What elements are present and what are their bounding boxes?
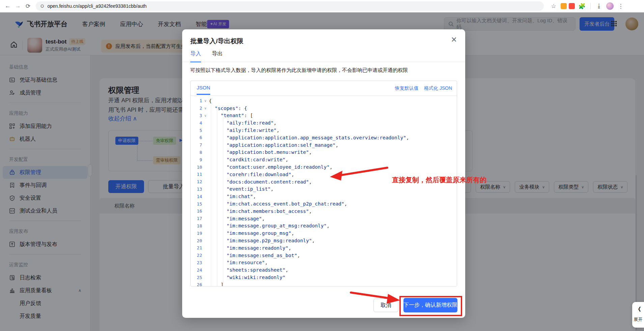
double-chevron-left-icon: 《 <box>636 306 641 313</box>
code-text: "application:application.app_message_sta… <box>209 135 409 140</box>
code-text: "cardkit:card:write", <box>209 157 288 162</box>
code-line-21[interactable]: 21 "im:message:readonly", <box>191 244 457 252</box>
code-line-18[interactable]: 18 "im:message.group_at_msg:readonly", <box>191 222 457 230</box>
code-text: { <box>209 98 212 104</box>
modal-description: 可按照以下格式导入数据，导入的权限将作为此次新增申请的权限，不会影响已申请或开通… <box>190 67 408 74</box>
indent-guide <box>223 105 223 286</box>
code-line-10[interactable]: 10 "contact:user.employee_id:readonly", <box>191 163 457 171</box>
browser-reload-icon[interactable]: ⟳ <box>23 3 33 10</box>
format-json-link[interactable]: 格式化 JSON <box>424 85 452 91</box>
json-editor: JSON 恢复默认值 格式化 JSON 1∨{2∨ "scopes": {3∨ … <box>190 81 457 286</box>
code-line-4[interactable]: 4 "aily:file:read", <box>191 119 457 127</box>
line-number: 14 <box>191 194 202 199</box>
code-text: "application:application:self_manage", <box>209 142 338 148</box>
code-line-26[interactable]: 26 ] <box>191 281 457 286</box>
code-line-9[interactable]: 9 "cardkit:card:write", <box>191 156 457 163</box>
indent-guide <box>211 105 211 286</box>
code-text: "contact:user.employee_id:readonly", <box>209 164 333 170</box>
line-number: 23 <box>191 260 202 265</box>
line-number: 25 <box>191 275 202 280</box>
code-text: "im:resource", <box>209 260 268 265</box>
code-text: "im:message.group_msg", <box>209 230 294 236</box>
extension-orange-icon[interactable] <box>561 3 567 9</box>
line-number: 26 <box>191 282 202 286</box>
line-number: 13 <box>191 187 202 192</box>
line-number: 12 <box>191 179 202 184</box>
toolbar-divider <box>590 3 591 9</box>
code-text: "scopes": { <box>209 106 247 111</box>
editor-header: JSON 恢复默认值 格式化 JSON <box>191 81 457 96</box>
code-line-22[interactable]: 22 "im:message:send_as_bot", <box>191 252 457 259</box>
code-text: "im:message:send_as_bot", <box>209 253 300 258</box>
fold-chevron-icon[interactable]: ∨ <box>202 114 209 117</box>
tabs-divider <box>182 62 465 62</box>
code-line-13[interactable]: 13 "event:ip_list", <box>191 186 457 193</box>
expand-label: 展开 <box>634 316 643 323</box>
code-text: "sheets:spreadsheet", <box>209 267 288 273</box>
browser-menu-icon[interactable]: ⋮ <box>616 3 626 10</box>
code-text: "event:ip_list", <box>209 186 274 192</box>
line-number: 4 <box>191 120 202 126</box>
line-number: 9 <box>191 157 202 162</box>
modal-tabs: 导入 导出 <box>190 50 223 62</box>
code-line-19[interactable]: 19 "im:message.group_msg", <box>191 229 457 237</box>
code-text: "im:message.p2p_msg:readonly", <box>209 238 315 243</box>
code-line-12[interactable]: 12 "docs:document.content:read", <box>191 178 457 186</box>
code-text: "im:message:readonly", <box>209 245 291 251</box>
code-line-2[interactable]: 2∨ "scopes": { <box>191 105 457 112</box>
code-line-17[interactable]: 17 "im:message", <box>191 215 457 222</box>
url-text[interactable]: open.feishu.cn/app/cli_a9242fee93381cbb/… <box>47 3 146 9</box>
address-bar[interactable]: ⛭ open.feishu.cn/app/cli_a9242fee93381cb… <box>36 1 544 11</box>
restore-default-link[interactable]: 恢复默认值 <box>395 85 419 91</box>
indent-guide <box>217 105 217 286</box>
code-text: "aily:file:write", <box>209 128 280 133</box>
browser-forward-icon[interactable]: → <box>13 3 23 9</box>
code-line-14[interactable]: 14 "im:chat", <box>191 193 457 200</box>
code-line-6[interactable]: 6 "application:application.app_message_s… <box>191 134 457 141</box>
fold-chevron-icon[interactable]: ∨ <box>202 99 209 103</box>
batch-import-export-modal: 批量导入/导出权限 ✕ 导入 导出 可按照以下格式导入数据，导入的权限将作为此次… <box>182 29 465 318</box>
code-text: "im:message.group_at_msg:readonly", <box>209 223 330 228</box>
editor-tab-json[interactable]: JSON <box>197 85 210 95</box>
code-line-5[interactable]: 5 "aily:file:write", <box>191 127 457 134</box>
code-text: "corehr:file:download", <box>209 172 294 177</box>
code-area[interactable]: 1∨{2∨ "scopes": {3∨ "tenant": [4 "aily:f… <box>191 96 457 286</box>
browser-toolbar: ← → ⟳ ⛭ open.feishu.cn/app/cli_a9242fee9… <box>0 0 644 12</box>
code-line-20[interactable]: 20 "im:message.p2p_msg:readonly", <box>191 237 457 244</box>
expand-panel-toggle[interactable]: 《 展开 <box>632 302 644 328</box>
line-number: 20 <box>191 238 202 243</box>
site-settings-icon[interactable]: ⛭ <box>40 3 44 9</box>
code-text: "im:chat.members:bot_access", <box>209 209 312 214</box>
tab-import[interactable]: 导入 <box>190 50 201 62</box>
next-confirm-button[interactable]: 下一步，确认新增权限 <box>403 298 457 312</box>
cancel-button[interactable]: 取消 <box>373 299 398 312</box>
code-line-1[interactable]: 1∨{ <box>191 97 457 105</box>
browser-back-icon[interactable]: ← <box>3 3 13 9</box>
code-line-16[interactable]: 16 "im:chat.members:bot_access", <box>191 208 457 215</box>
bookmark-star-icon[interactable]: ☆ <box>549 3 559 10</box>
code-line-7[interactable]: 7 "application:application:self_manage", <box>191 141 457 149</box>
extensions-puzzle-icon[interactable]: 🧩 <box>577 3 587 10</box>
code-line-15[interactable]: 15 "im:chat.access_event.bot_p2p_chat:re… <box>191 200 457 208</box>
line-number: 18 <box>191 223 202 228</box>
downloads-icon[interactable]: ⭳ <box>594 3 604 9</box>
code-line-8[interactable]: 8 "application:bot.menu:write", <box>191 149 457 156</box>
code-line-24[interactable]: 24 "sheets:spreadsheet", <box>191 266 457 274</box>
line-number: 10 <box>191 165 202 170</box>
close-icon[interactable]: ✕ <box>451 36 457 44</box>
browser-profile-avatar[interactable] <box>606 2 614 10</box>
fold-chevron-icon[interactable]: ∨ <box>202 106 209 110</box>
modal-title: 批量导入/导出权限 <box>190 37 243 46</box>
code-text: "im:chat.access_event.bot_p2p_chat:read"… <box>209 201 347 206</box>
line-number: 6 <box>191 135 202 140</box>
code-line-11[interactable]: 11 "corehr:file:download", <box>191 171 457 178</box>
code-line-23[interactable]: 23 "im:resource", <box>191 259 457 267</box>
code-text: "application:bot.menu:write", <box>209 149 312 155</box>
line-number: 16 <box>191 209 202 214</box>
code-line-25[interactable]: 25 "wiki:wiki:readonly" <box>191 274 457 281</box>
code-text: "wiki:wiki:readonly" <box>209 275 285 280</box>
line-number: 17 <box>191 216 202 221</box>
code-line-3[interactable]: 3∨ "tenant": [ <box>191 112 457 119</box>
extension-red-icon[interactable] <box>569 3 575 9</box>
tab-export[interactable]: 导出 <box>212 50 223 62</box>
